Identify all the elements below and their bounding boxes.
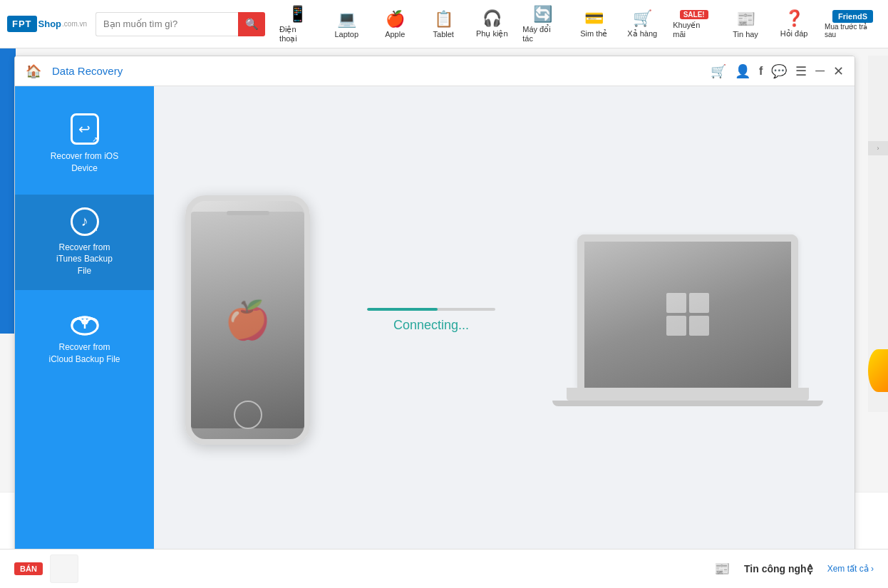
menu-icon[interactable]: ☰ [795, 63, 807, 79]
bottom-bar: BÁN 📰 Tin công nghệ Xem tất cả › [0, 549, 888, 588]
main-content: 🍎 Connecting... [154, 86, 855, 554]
window-toolbar: 🛒 👤 f 💬 ☰ ─ ✕ [711, 63, 844, 79]
sidebar-ios-label: Recover from iOSDevice [51, 150, 118, 175]
nav-item-friends[interactable]: FriendS Mua trước trả sau [825, 10, 881, 38]
nav-label: Laptop [334, 30, 358, 38]
question-icon: ❓ [785, 9, 804, 28]
nav-item-xa-hang[interactable]: 🛒 Xả hàng [624, 9, 660, 38]
facebook-icon[interactable]: f [759, 65, 763, 78]
see-all-link[interactable]: Xem tất cả › [827, 564, 874, 574]
nav-label: Apple [385, 30, 405, 38]
icloud-backup-icon [69, 310, 100, 336]
sidebar-icloud-label: Recover fromiCloud Backup File [48, 341, 120, 366]
progress-bar-fill [367, 308, 438, 311]
window-body: ↩ ↗ Recover from iOSDevice ♪ ↗ Recover f… [15, 86, 855, 554]
right-banner-tag: › [868, 141, 888, 155]
sim-icon: 💳 [584, 9, 604, 28]
sale-product-thumb [50, 555, 78, 583]
progress-bar-wrap [367, 308, 495, 311]
minimize-button[interactable]: ─ [815, 63, 825, 78]
nav-item-phu-kien[interactable]: 🎧 Phụ kiện [474, 9, 510, 38]
sidebar-item-icloud-backup[interactable]: Recover fromiCloud Backup File [15, 297, 154, 378]
sidebar-itunes-label: Recover fromiTunes BackupFile [56, 242, 113, 277]
chat-icon[interactable]: 💬 [771, 63, 787, 79]
search-area: 🔍 [95, 12, 265, 36]
news-icon-bottom: 📰 [714, 561, 730, 577]
win-square-1 [666, 293, 686, 313]
logo-suffix: .com.vn [62, 20, 87, 28]
cart-nav-icon: 🛒 [633, 9, 652, 28]
top-navbar: FPT Shop .com.vn 🔍 📱 Điện thoại 💻 Laptop… [0, 0, 888, 48]
laptop-screen-inner [584, 242, 791, 388]
nav-label: Mua trước trả sau [825, 23, 881, 38]
ios-device-icon: ↩ ↗ [71, 113, 99, 145]
sidebar-item-itunes-backup[interactable]: ♪ ↗ Recover fromiTunes BackupFile [15, 195, 154, 290]
data-recovery-window: 🏠 Data Recovery 🛒 👤 f 💬 ☰ ─ ✕ ↩ ↗ Recove… [14, 56, 855, 555]
nav-item-hoi-dap[interactable]: ❓ Hỏi đáp [776, 9, 812, 38]
friends-logo: FriendS [832, 10, 873, 23]
search-input[interactable] [95, 12, 238, 36]
nav-label: Hỏi đáp [780, 29, 808, 38]
connecting-text: Connecting... [393, 318, 469, 333]
apple-logo-icon: 🍎 [224, 299, 271, 342]
news-title: Tin công nghệ [744, 563, 813, 574]
windows-logo [666, 293, 709, 336]
nav-label: Sim thẻ [580, 29, 607, 38]
iphone-screen: 🍎 [191, 212, 304, 428]
headphone-icon: 🎧 [482, 9, 502, 28]
nav-label: Tablet [433, 30, 454, 38]
laptop-foot [552, 401, 823, 406]
nav-item-laptop[interactable]: 💻 Laptop [329, 10, 364, 38]
nav-item-tablet[interactable]: 📋 Tablet [425, 10, 461, 38]
connecting-area: 🍎 Connecting... [185, 195, 823, 445]
laptop-base [567, 388, 809, 401]
win-square-4 [689, 316, 709, 336]
sale-badge: SALE! [680, 10, 708, 19]
phone-icon: 📱 [288, 5, 307, 24]
sidebar: ↩ ↗ Recover from iOSDevice ♪ ↗ Recover f… [15, 86, 154, 554]
nav-label: Xả hàng [627, 29, 657, 38]
laptop-wrapper [552, 234, 823, 406]
win-square-3 [666, 316, 686, 336]
logo-shop: Shop [38, 19, 62, 29]
nav-item-apple[interactable]: 🍎 Apple [377, 10, 413, 38]
connecting-status: Connecting... [367, 308, 495, 333]
news-icon: 📰 [736, 10, 755, 29]
apple-nav-icon: 🍎 [386, 10, 405, 29]
nav-item-may-doi-tac[interactable]: 🔄 Máy đổi tác [522, 5, 563, 43]
cart-icon[interactable]: 🛒 [711, 63, 726, 79]
right-coin-decoration [868, 349, 888, 392]
nav-item-sim-the[interactable]: 💳 Sim thẻ [576, 9, 611, 38]
sale-icon-bottom: BÁN [14, 562, 43, 575]
iphone-device: 🍎 [185, 195, 310, 445]
win-square-2 [689, 293, 709, 313]
nav-label: Khuyến mãi [673, 21, 715, 38]
search-button[interactable]: 🔍 [238, 12, 265, 36]
nav-item-tin-hay[interactable]: 📰 Tin hay [728, 10, 763, 38]
bottom-bar-right-area: 📰 Tin công nghệ Xem tất cả › [714, 561, 874, 577]
user-icon[interactable]: 👤 [735, 63, 750, 79]
close-button[interactable]: ✕ [833, 63, 844, 79]
sidebar-item-ios-device[interactable]: ↩ ↗ Recover from iOSDevice [15, 100, 154, 187]
nav-item-khuyen-mai[interactable]: SALE! Khuyến mãi [673, 10, 715, 38]
tablet-icon: 📋 [434, 10, 453, 29]
exchange-icon: 🔄 [533, 5, 552, 24]
nav-label: Điện thoại [279, 25, 316, 43]
nav-label: Tin hay [733, 30, 758, 38]
home-icon[interactable]: 🏠 [26, 63, 41, 79]
laptop-screen-outer [577, 234, 798, 388]
nav-label: Phụ kiện [476, 29, 508, 38]
nav-label: Máy đổi tác [522, 25, 563, 43]
bottom-bar-left-area: BÁN [14, 555, 78, 583]
logo-area: FPT Shop .com.vn [7, 16, 87, 32]
titlebar: 🏠 Data Recovery 🛒 👤 f 💬 ☰ ─ ✕ [15, 56, 855, 86]
nav-items: 📱 Điện thoại 💻 Laptop 🍎 Apple 📋 Tablet 🎧… [279, 5, 881, 43]
nav-item-dien-thoai[interactable]: 📱 Điện thoại [279, 5, 316, 43]
logo-fpt: FPT [7, 16, 37, 32]
devices-row: 🍎 Connecting... [185, 195, 823, 445]
laptop-icon: 💻 [337, 10, 356, 29]
app-title: Data Recovery [52, 65, 711, 77]
itunes-backup-icon: ♪ ↗ [71, 207, 99, 236]
left-sidebar-bg [0, 48, 16, 334]
